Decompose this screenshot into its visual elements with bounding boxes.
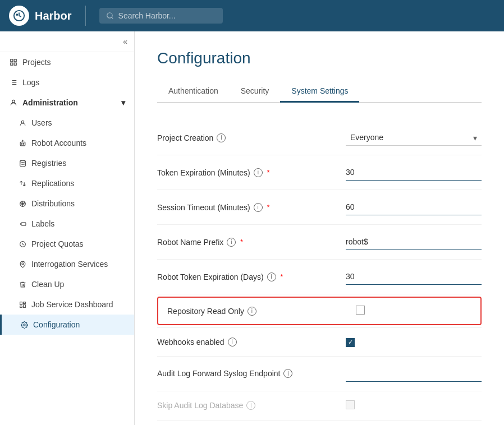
robot-token-expiration-input[interactable] <box>346 269 482 285</box>
robot-name-prefix-info-icon[interactable]: i <box>227 238 236 247</box>
sidebar-item-label: Registries <box>31 159 66 168</box>
sidebar-item-cleanup[interactable]: Clean Up <box>0 274 134 294</box>
session-timeout-required: * <box>267 204 270 211</box>
sidebar-collapse-button[interactable]: « <box>0 31 134 52</box>
svg-point-15 <box>21 121 24 123</box>
robot-token-expiration-required: * <box>281 273 283 281</box>
replication-icon <box>18 179 27 188</box>
skip-audit-log-info-icon[interactable]: i <box>246 401 255 410</box>
svg-rect-5 <box>14 59 16 62</box>
sidebar-item-label: Projects <box>22 58 51 67</box>
main-content: Configuration Authentication Security Sy… <box>135 31 504 425</box>
repository-read-only-info-icon[interactable]: i <box>248 307 256 316</box>
sidebar-item-label: Replications <box>31 179 74 188</box>
svg-point-1 <box>16 13 19 16</box>
sidebar-item-label: Administration <box>22 98 78 107</box>
project-creation-select[interactable]: Everyone AdminOnly <box>346 130 482 146</box>
project-creation-row: Project Creation i Everyone AdminOnly <box>157 121 482 155</box>
robot-token-expiration-row: Robot Token Expiration (Days) i * <box>157 260 482 294</box>
tab-system-settings[interactable]: System Settings <box>280 81 359 103</box>
robot-name-prefix-input[interactable] <box>346 234 482 250</box>
sidebar-item-label: Project Quotas <box>31 239 84 248</box>
admin-icon <box>9 98 18 107</box>
sidebar-item-job-service-dashboard[interactable]: Job Service Dashboard <box>0 294 134 315</box>
repository-read-only-row: Repository Read Only i <box>157 297 482 325</box>
webhooks-enabled-checkbox[interactable] <box>346 338 355 347</box>
sidebar-item-label: Clean Up <box>31 280 64 289</box>
sidebar-item-replications[interactable]: Replications <box>0 173 134 193</box>
session-timeout-input[interactable] <box>346 199 482 215</box>
webhooks-enabled-label: Webhooks enabled i <box>157 338 337 347</box>
user-icon <box>18 118 27 127</box>
sidebar-item-label: Users <box>31 118 52 127</box>
sidebar-item-label: Interrogation Services <box>31 260 108 269</box>
svg-rect-27 <box>23 302 25 303</box>
app-title: Harbor <box>35 10 72 22</box>
session-timeout-label: Session Timeout (Minutes) i * <box>157 203 337 212</box>
svg-rect-7 <box>14 63 16 65</box>
svg-rect-16 <box>20 142 25 146</box>
token-expiration-control <box>346 164 482 181</box>
webhooks-enabled-control <box>346 337 482 347</box>
sidebar-item-label: Robot Accounts <box>31 138 86 147</box>
sidebar-item-label: Job Service Dashboard <box>31 300 113 309</box>
distribution-icon <box>18 199 27 208</box>
tab-security[interactable]: Security <box>230 81 281 103</box>
svg-point-18 <box>23 143 24 144</box>
robot-name-prefix-control <box>346 234 482 250</box>
grid-icon <box>9 58 18 67</box>
audit-log-forward-input[interactable] <box>346 366 482 382</box>
logo-icon <box>9 6 29 26</box>
sidebar-item-project-quotas[interactable]: Project Quotas <box>0 234 134 254</box>
search-placeholder: Search Harbor... <box>118 11 176 20</box>
robot-name-prefix-label: Robot Name Prefix i * <box>157 238 337 247</box>
token-expiration-label: Token Expiration (Minutes) i * <box>157 168 337 177</box>
token-expiration-required: * <box>267 169 270 177</box>
svg-point-21 <box>20 160 25 162</box>
list-icon <box>9 78 18 87</box>
cleanup-icon <box>18 280 27 289</box>
sidebar-item-distributions[interactable]: Distributions <box>0 193 134 214</box>
svg-line-3 <box>111 17 113 19</box>
sidebar-item-label: Logs <box>22 78 39 87</box>
button-row: SAVE CANCEL <box>157 421 482 426</box>
sidebar: « Projects Logs <box>0 31 135 425</box>
topbar: Harbor Search Harbor... <box>0 0 504 31</box>
token-expiration-info-icon[interactable]: i <box>254 168 263 177</box>
token-expiration-input[interactable] <box>346 164 482 181</box>
project-creation-info-icon[interactable]: i <box>217 133 226 142</box>
audit-log-forward-row: Audit Log Forward Syslog Endpoint i <box>157 357 482 391</box>
sidebar-item-projects[interactable]: Projects <box>0 52 134 72</box>
sidebar-item-interrogation-services[interactable]: Interrogation Services <box>0 254 134 274</box>
token-expiration-row: Token Expiration (Minutes) i * <box>157 155 482 190</box>
sidebar-item-users[interactable]: Users <box>0 113 134 133</box>
sidebar-item-registries[interactable]: Registries <box>0 153 134 173</box>
search-bar[interactable]: Search Harbor... <box>99 8 223 24</box>
sidebar-item-administration[interactable]: Administration ▾ <box>0 93 134 113</box>
svg-point-30 <box>23 324 25 325</box>
svg-point-20 <box>22 140 22 141</box>
tab-authentication[interactable]: Authentication <box>157 81 230 103</box>
robot-icon <box>18 138 27 147</box>
skip-audit-log-label: Skip Audit Log Database i <box>157 401 337 410</box>
sidebar-item-robot-accounts[interactable]: Robot Accounts <box>0 133 134 153</box>
robot-token-expiration-info-icon[interactable]: i <box>267 272 276 281</box>
sidebar-item-logs[interactable]: Logs <box>0 72 134 93</box>
audit-log-forward-info-icon[interactable]: i <box>283 369 292 378</box>
tab-bar: Authentication Security System Settings <box>157 81 482 103</box>
sidebar-item-label: Labels <box>31 219 54 228</box>
session-timeout-info-icon[interactable]: i <box>254 203 263 212</box>
sidebar-item-labels[interactable]: Labels <box>0 214 134 234</box>
skip-audit-log-row: Skip Audit Log Database i <box>157 391 482 421</box>
sidebar-item-label: Distributions <box>31 199 75 208</box>
repository-read-only-checkbox[interactable] <box>356 306 365 315</box>
session-timeout-control <box>346 199 482 215</box>
svg-point-23 <box>21 223 21 224</box>
svg-point-17 <box>21 143 22 144</box>
svg-point-2 <box>107 13 112 18</box>
svg-point-25 <box>21 262 23 264</box>
skip-audit-log-checkbox <box>346 400 355 409</box>
audit-log-forward-control <box>346 366 482 382</box>
sidebar-item-configuration[interactable]: Configuration <box>0 315 134 335</box>
webhooks-enabled-info-icon[interactable]: i <box>228 338 237 347</box>
